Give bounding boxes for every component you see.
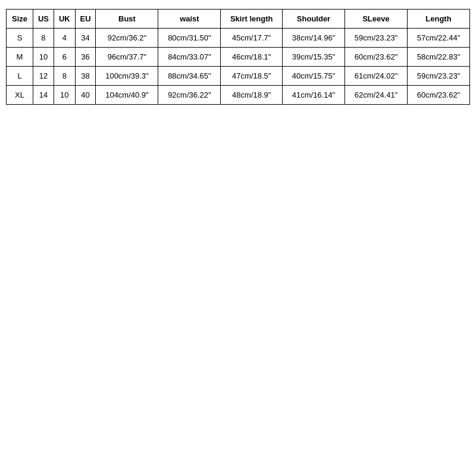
cell-sleeve: 60cm/23.62"	[345, 48, 408, 67]
cell-bust: 100cm/39.3"	[96, 67, 158, 86]
size-chart-table: Size US UK EU Bust waist Skirt length Sh…	[6, 9, 470, 105]
cell-size: L	[7, 67, 33, 86]
cell-bust: 104cm/40.9"	[96, 86, 158, 105]
cell-skirt-length: 48cm/18.9"	[221, 86, 283, 105]
cell-skirt-length: 47cm/18.5"	[221, 67, 283, 86]
cell-length: 59cm/23.23"	[407, 67, 469, 86]
cell-us: 12	[33, 67, 54, 86]
col-header-shoulder: Shoulder	[283, 10, 345, 29]
cell-uk: 10	[54, 86, 75, 105]
cell-bust: 96cm/37.7"	[96, 48, 158, 67]
cell-uk: 4	[54, 29, 75, 48]
col-header-waist: waist	[158, 10, 221, 29]
cell-skirt-length: 46cm/18.1"	[221, 48, 283, 67]
cell-bust: 92cm/36.2"	[96, 29, 158, 48]
table-header-row: Size US UK EU Bust waist Skirt length Sh…	[7, 10, 470, 29]
cell-shoulder: 41cm/16.14"	[283, 86, 345, 105]
col-header-us: US	[33, 10, 54, 29]
col-header-uk: UK	[54, 10, 75, 29]
cell-shoulder: 38cm/14.96"	[283, 29, 345, 48]
cell-eu: 40	[75, 86, 96, 105]
cell-length: 60cm/23.62"	[407, 86, 469, 105]
cell-size: XL	[7, 86, 33, 105]
cell-us: 8	[33, 29, 54, 48]
cell-eu: 38	[75, 67, 96, 86]
cell-us: 14	[33, 86, 54, 105]
cell-eu: 34	[75, 29, 96, 48]
table-row: S843492cm/36.2"80cm/31.50"45cm/17.7"38cm…	[7, 29, 470, 48]
size-chart-wrapper: Size US UK EU Bust waist Skirt length Sh…	[6, 9, 470, 105]
cell-sleeve: 59cm/23.23"	[345, 29, 408, 48]
cell-size: S	[7, 29, 33, 48]
cell-waist: 80cm/31.50"	[158, 29, 221, 48]
cell-waist: 88cm/34.65"	[158, 67, 221, 86]
cell-eu: 36	[75, 48, 96, 67]
col-header-sleeve: SLeeve	[345, 10, 408, 29]
cell-shoulder: 40cm/15.75"	[283, 67, 345, 86]
col-header-skirt-length: Skirt length	[221, 10, 283, 29]
cell-skirt-length: 45cm/17.7"	[221, 29, 283, 48]
cell-sleeve: 62cm/24.41"	[345, 86, 408, 105]
cell-size: M	[7, 48, 33, 67]
cell-waist: 84cm/33.07"	[158, 48, 221, 67]
table-row: L12838100cm/39.3"88cm/34.65"47cm/18.5"40…	[7, 67, 470, 86]
cell-us: 10	[33, 48, 54, 67]
cell-length: 57cm/22.44"	[407, 29, 469, 48]
col-header-bust: Bust	[96, 10, 158, 29]
table-row: XL141040104cm/40.9"92cm/36.22"48cm/18.9"…	[7, 86, 470, 105]
col-header-length: Length	[407, 10, 469, 29]
cell-waist: 92cm/36.22"	[158, 86, 221, 105]
col-header-eu: EU	[75, 10, 96, 29]
cell-sleeve: 61cm/24.02"	[345, 67, 408, 86]
cell-shoulder: 39cm/15.35"	[283, 48, 345, 67]
cell-length: 58cm/22.83"	[407, 48, 469, 67]
cell-uk: 8	[54, 67, 75, 86]
cell-uk: 6	[54, 48, 75, 67]
table-row: M1063696cm/37.7"84cm/33.07"46cm/18.1"39c…	[7, 48, 470, 67]
col-header-size: Size	[7, 10, 33, 29]
